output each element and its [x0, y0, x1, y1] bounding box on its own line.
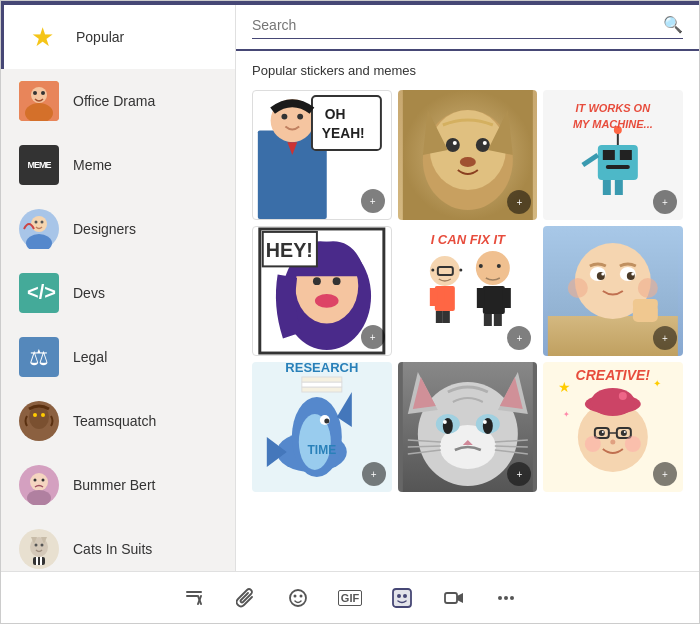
- svg-point-50: [482, 141, 486, 145]
- svg-rect-165: [445, 593, 457, 603]
- search-input[interactable]: [252, 17, 663, 33]
- svg-point-3: [33, 91, 37, 95]
- svg-point-78: [431, 269, 434, 272]
- sticker-grumpy[interactable]: +: [398, 362, 538, 492]
- svg-text:✦: ✦: [653, 378, 661, 389]
- popular-icon: ★: [20, 15, 64, 59]
- sticker-button[interactable]: [386, 582, 418, 614]
- sticker-overlay-btn[interactable]: +: [653, 462, 677, 486]
- sticker-overlay-btn[interactable]: +: [362, 462, 386, 486]
- sidebar-item-popular[interactable]: ★ Popular: [1, 5, 235, 69]
- svg-rect-62: [615, 180, 623, 195]
- svg-point-127: [482, 420, 486, 424]
- svg-point-106: [638, 278, 658, 298]
- svg-point-51: [459, 157, 475, 167]
- svg-point-70: [313, 277, 321, 285]
- svg-point-4: [41, 91, 45, 95]
- svg-point-27: [35, 544, 38, 547]
- svg-text:RESEARCH: RESEARCH: [285, 362, 358, 375]
- section-title: Popular stickers and memes: [252, 63, 683, 78]
- svg-rect-83: [435, 311, 442, 323]
- svg-point-88: [496, 264, 500, 268]
- cats-in-suits-icon: [17, 527, 61, 571]
- sticker-creative[interactable]: ★ ✦ ✦ CREATIVE! +: [543, 362, 683, 492]
- sticker-oh-yeah[interactable]: OH YEAH! +: [252, 90, 392, 220]
- bummer-bert-icon: [17, 463, 61, 507]
- svg-text:★: ★: [558, 379, 571, 395]
- svg-point-48: [475, 138, 489, 152]
- svg-rect-56: [603, 150, 615, 160]
- sidebar-item-teamsquatch[interactable]: Teamsquatch: [1, 389, 235, 453]
- svg-point-152: [585, 436, 601, 452]
- svg-rect-29: [33, 557, 45, 565]
- svg-point-148: [621, 430, 627, 436]
- svg-point-47: [445, 138, 459, 152]
- svg-rect-84: [442, 311, 449, 323]
- sidebar-label-bummer-bert: Bummer Bert: [73, 477, 155, 493]
- right-panel: 🔍 Popular stickers and memes: [236, 5, 699, 571]
- sidebar-item-legal[interactable]: ⚖ Legal: [1, 325, 235, 389]
- sidebar-item-devs[interactable]: </> Devs: [1, 261, 235, 325]
- svg-point-160: [300, 594, 303, 597]
- sidebar-label-popular: Popular: [76, 29, 124, 45]
- sticker-baby[interactable]: +: [543, 226, 683, 356]
- main-content: ★ Popular: [1, 5, 699, 571]
- sticker-overlay-btn[interactable]: +: [653, 190, 677, 214]
- sidebar-item-meme[interactable]: MEME Meme: [1, 133, 235, 197]
- svg-text:</>: </>: [27, 281, 56, 303]
- svg-point-143: [619, 392, 627, 400]
- gif-button[interactable]: GIF: [334, 582, 366, 614]
- svg-rect-30: [36, 557, 38, 565]
- svg-point-147: [599, 430, 605, 436]
- svg-point-71: [333, 277, 341, 285]
- teamsquatch-icon: [17, 399, 61, 443]
- svg-rect-91: [483, 314, 491, 326]
- search-bar: 🔍: [236, 5, 699, 51]
- svg-point-153: [625, 436, 641, 452]
- svg-point-150: [624, 431, 626, 433]
- sidebar-label-teamsquatch: Teamsquatch: [73, 413, 156, 429]
- svg-text:CREATIVE!: CREATIVE!: [576, 367, 651, 383]
- attach-icon: [236, 588, 256, 608]
- sidebar-label-designers: Designers: [73, 221, 136, 237]
- sticker-icon: [391, 587, 413, 609]
- svg-rect-58: [606, 165, 630, 169]
- svg-point-149: [602, 431, 604, 433]
- svg-point-126: [442, 420, 446, 424]
- svg-text:YEAH!: YEAH!: [322, 126, 365, 141]
- svg-text:✦: ✦: [563, 410, 570, 419]
- format-button[interactable]: [178, 582, 210, 614]
- svg-point-49: [452, 141, 456, 145]
- svg-point-19: [30, 473, 48, 491]
- sticker-doge[interactable]: +: [398, 90, 538, 220]
- emoji-icon: [288, 588, 308, 608]
- sticker-hey[interactable]: HEY! +: [252, 226, 392, 356]
- sidebar-item-office-drama[interactable]: Office Drama: [1, 69, 235, 133]
- svg-rect-115: [302, 387, 342, 392]
- svg-point-72: [315, 294, 339, 308]
- sidebar-label-cats-in-suits: Cats In Suits: [73, 541, 152, 557]
- svg-point-9: [41, 221, 44, 224]
- sticker-overlay-btn[interactable]: +: [653, 326, 677, 350]
- gif-label: GIF: [338, 590, 362, 606]
- sidebar: ★ Popular: [1, 5, 236, 571]
- sidebar-item-cats-in-suits[interactable]: Cats In Suits: [1, 517, 235, 571]
- sticker-fix-it[interactable]: I CAN FIX IT +: [398, 226, 538, 356]
- svg-rect-161: [393, 589, 411, 607]
- sticker-overlay-btn[interactable]: +: [361, 189, 385, 213]
- more-button[interactable]: [490, 582, 522, 614]
- sticker-it-works[interactable]: IT WORKS ON MY MACHINE... +: [543, 90, 683, 220]
- svg-rect-116: [302, 382, 342, 387]
- svg-rect-31: [40, 557, 42, 565]
- stickers-section: Popular stickers and memes: [236, 51, 699, 571]
- attach-button[interactable]: [230, 582, 262, 614]
- video-button[interactable]: [438, 582, 470, 614]
- svg-point-164: [403, 594, 407, 598]
- legal-icon: ⚖: [17, 335, 61, 379]
- sidebar-item-designers[interactable]: Designers: [1, 197, 235, 261]
- sticker-research[interactable]: RESEARCH RESEARCH TIME TIME +: [252, 362, 392, 492]
- svg-point-16: [33, 413, 37, 417]
- sidebar-item-bummer-bert[interactable]: Bummer Bert: [1, 453, 235, 517]
- sticker-overlay-btn[interactable]: +: [361, 325, 385, 349]
- emoji-button[interactable]: [282, 582, 314, 614]
